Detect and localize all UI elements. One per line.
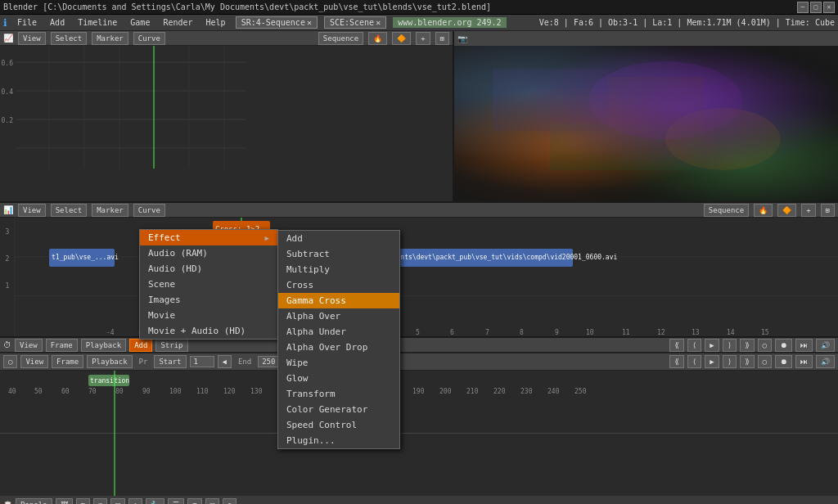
seq-mode-btn[interactable]: Sequence [704, 204, 749, 217]
ctx-color-gen[interactable]: Color Generator [278, 402, 399, 417]
svg-text:120: 120 [223, 388, 236, 395]
seq-view-btn[interactable]: View [18, 204, 46, 217]
panels-icon-j[interactable]: ⊕ [223, 498, 237, 505]
pb-rec-btn[interactable]: ○ [758, 355, 772, 368]
tl-icon-f[interactable]: ○ [758, 339, 772, 352]
menu-file[interactable]: File [14, 17, 40, 28]
ctx-glow[interactable]: Glow [278, 371, 399, 386]
prev-frame-btn[interactable]: ◀ [218, 355, 232, 368]
menu-add[interactable]: Add [47, 17, 68, 28]
playback-view[interactable]: View [20, 355, 48, 368]
ctx-gamma-cross[interactable]: Gamma Cross [278, 293, 399, 308]
ctx-alpha-over[interactable]: Alpha Over [278, 308, 399, 324]
graph-view-btn[interactable]: View [18, 32, 46, 45]
playback-icon[interactable]: ○ [3, 355, 17, 368]
start-field[interactable]: 1 [190, 356, 214, 367]
minimize-button[interactable]: ─ [797, 2, 809, 13]
panels-label[interactable]: Panels [16, 498, 52, 505]
menu-game[interactable]: Game [127, 17, 153, 28]
panels-icon-e[interactable]: ↕ [128, 498, 142, 505]
playback-frame[interactable]: Frame [52, 355, 83, 368]
pb-icon5[interactable]: ⟫ [740, 355, 754, 368]
panels-icon-d[interactable]: □ [110, 498, 124, 505]
pb-icon3[interactable]: ▶ [705, 355, 719, 368]
seq-icon-b[interactable]: 🔶 [777, 204, 796, 217]
tl-icon-g[interactable]: ⏺ [775, 339, 792, 352]
graph-select-btn[interactable]: Select [51, 32, 88, 45]
window-controls[interactable]: ─ □ ✕ [797, 2, 835, 13]
ctx-transform[interactable]: Transform [278, 386, 399, 402]
panels-icon-h[interactable]: ≡ [187, 498, 201, 505]
svg-text:110: 110 [196, 388, 209, 395]
close-button[interactable]: ✕ [823, 2, 835, 13]
tl-icon-d[interactable]: ⟩ [723, 339, 737, 352]
svg-text:200: 200 [439, 388, 452, 395]
graph-marker-btn[interactable]: Marker [92, 32, 128, 45]
seq-add-btn[interactable]: + [801, 204, 815, 217]
ctx-movie[interactable]: Movie [140, 308, 277, 323]
ctx-alpha-over-drop[interactable]: Alpha Over Drop [278, 340, 399, 355]
tl-add-btn[interactable]: Add [129, 339, 152, 352]
sequence-mode-btn[interactable]: Sequence [318, 32, 363, 45]
ctx-audio-hd[interactable]: Audio (HD) [140, 261, 277, 277]
seq-zoom-btn[interactable]: ⊞ [821, 204, 835, 217]
panels-icon-g[interactable]: ☰ [168, 498, 184, 505]
ctx-alpha-under[interactable]: Alpha Under [278, 324, 399, 340]
tl-view-btn[interactable]: View [15, 339, 43, 352]
ctx-scene[interactable]: Scene [140, 277, 277, 292]
menu-render[interactable]: Render [160, 17, 196, 28]
pb-icon4[interactable]: ⟩ [723, 355, 737, 368]
tl-icon-h[interactable]: ⏭ [795, 339, 813, 352]
panels-icon-i[interactable]: ▤ [205, 498, 219, 505]
tl-icon-e[interactable]: ⟫ [740, 339, 754, 352]
top-section: 📈 View Select Marker Curve Sequence 🔥 🔶 … [0, 31, 838, 203]
tl-strip-btn[interactable]: Strip [155, 339, 187, 352]
pb-icon1[interactable]: ⟪ [669, 355, 683, 368]
bottom-section: ⏱ View Frame Playback Add Strip ⟪ ⟨ ▶ ⟩ … [0, 338, 838, 504]
ctx-images[interactable]: Images [140, 292, 277, 308]
ctx-audio-ram[interactable]: Audio (RAM) [140, 245, 277, 261]
tab-scene[interactable]: SCE:Scene ✕ [324, 16, 386, 29]
menu-timeline[interactable]: Timeline [74, 17, 120, 28]
tl-frame-btn[interactable]: Frame [46, 339, 78, 352]
ctx-plugin[interactable]: Plugin... [278, 433, 399, 448]
panels-icon-b[interactable]: ⊞ [76, 498, 90, 505]
seq-grid-svg: 3 2 1 -4 -3 -2 -1 0 1 2 3 4 5 6 7 8 9 10… [0, 218, 838, 336]
graph-icon-a[interactable]: 🔥 [368, 32, 387, 45]
graph-icon: 📈 [3, 34, 13, 43]
panels-icon-a[interactable]: 🖼 [56, 498, 73, 505]
pb-end-btn[interactable]: ⏭ [795, 355, 813, 368]
svg-text:90: 90 [142, 388, 151, 395]
menu-help[interactable]: Help [203, 17, 229, 28]
tl-icon-b[interactable]: ⟨ [687, 339, 701, 352]
pb-icon2[interactable]: ⟨ [687, 355, 701, 368]
ctx-wipe[interactable]: Wipe [278, 355, 399, 371]
seq-select-btn[interactable]: Select [51, 204, 88, 217]
ctx-subtract[interactable]: Subtract [278, 246, 399, 262]
playback-playback[interactable]: Playback [87, 355, 132, 368]
graph-zoom-btn[interactable]: ⊞ [435, 32, 449, 45]
graph-icon-b[interactable]: 🔶 [392, 32, 411, 45]
ctx-speed-control[interactable]: Speed Control [278, 417, 399, 433]
ctx-effect[interactable]: Effect ▶ Add Subtract Multiply Cross Gam… [140, 230, 277, 245]
pb-audio-btn[interactable]: 🔊 [816, 355, 835, 368]
ctx-add[interactable]: Add [278, 231, 399, 246]
ctx-cross[interactable]: Cross [278, 277, 399, 293]
svg-text:60: 60 [61, 388, 70, 395]
seq-curve-btn[interactable]: Curve [133, 204, 165, 217]
graph-add-btn[interactable]: + [416, 32, 430, 45]
tab-sequence[interactable]: SR:4-Sequence ✕ [236, 16, 318, 29]
tl-playback-btn[interactable]: Playback [81, 339, 126, 352]
pb-loop-btn[interactable]: ⏺ [775, 355, 792, 368]
tl-icon-i[interactable]: 🔊 [816, 339, 835, 352]
seq-icon-a[interactable]: 🔥 [754, 204, 773, 217]
panels-icon-c[interactable]: ◻ [93, 498, 107, 505]
seq-marker-btn[interactable]: Marker [92, 204, 128, 217]
panels-icon-f[interactable]: 🔧 [146, 498, 164, 505]
ctx-multiply[interactable]: Multiply [278, 262, 399, 277]
tl-icon-c[interactable]: ▶ [705, 339, 719, 352]
ctx-movie-audio[interactable]: Movie + Audio (HD) [140, 323, 277, 339]
maximize-button[interactable]: □ [810, 2, 822, 13]
graph-curve-btn[interactable]: Curve [133, 32, 165, 45]
tl-icon-a[interactable]: ⟪ [669, 339, 683, 352]
